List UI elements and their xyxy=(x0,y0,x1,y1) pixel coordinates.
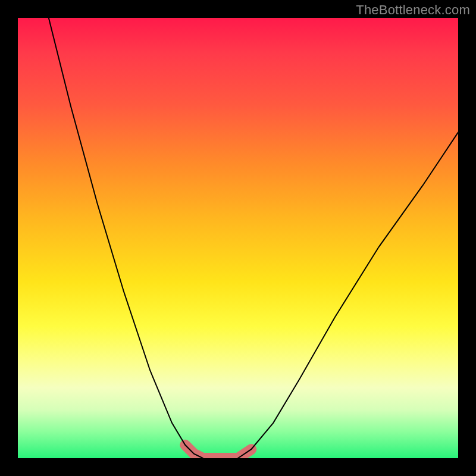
curve-right-branch xyxy=(238,132,458,458)
watermark-text: TheBottleneck.com xyxy=(356,2,470,18)
chart-frame: TheBottleneck.com xyxy=(0,0,476,476)
plot-area xyxy=(18,18,458,458)
curve-left-branch xyxy=(49,18,203,458)
curve-layer xyxy=(18,18,458,458)
